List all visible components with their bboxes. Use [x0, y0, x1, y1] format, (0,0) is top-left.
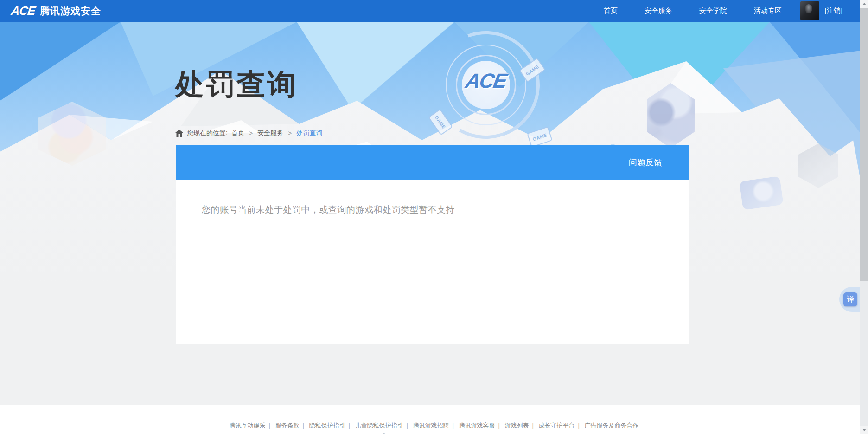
scroll-down-icon	[862, 429, 866, 431]
footer-link-support[interactable]: 腾讯游戏客服	[459, 422, 495, 429]
footer-link-guardian[interactable]: 成长守护平台	[539, 422, 575, 429]
brand[interactable]: ACE 腾讯游戏安全	[11, 4, 101, 18]
footer-separator: |	[449, 422, 457, 429]
footer-separator: |	[345, 422, 353, 429]
footer-link-ient[interactable]: 腾讯互动娱乐	[229, 422, 265, 429]
feedback-link[interactable]: 问题反馈	[629, 157, 662, 168]
logout-link[interactable]: [注销]	[825, 6, 842, 15]
footer-link-privacy[interactable]: 隐私保护指引	[309, 422, 345, 429]
scrollbar-down-button[interactable]	[860, 426, 868, 434]
footer-link-terms[interactable]: 服务条款	[275, 422, 299, 429]
query-result-message: 您的账号当前未处于处罚中，或查询的游戏和处罚类型暂不支持	[202, 204, 689, 216]
breadcrumb-separator: >	[287, 130, 293, 137]
card-header-band: 问题反馈	[176, 145, 689, 180]
nav-item-security-academy[interactable]: 安全学院	[699, 6, 727, 15]
vertical-scrollbar[interactable]	[860, 0, 868, 434]
footer-link-ads[interactable]: 广告服务及商务合作	[585, 422, 639, 429]
footer-separator: |	[575, 422, 583, 429]
page-footer: 腾讯互动娱乐| 服务条款| 隐私保护指引| 儿童隐私保护指引| 腾讯游戏招聘| …	[0, 405, 868, 434]
footer-separator: |	[265, 422, 273, 429]
page-title: 处罚查询	[175, 65, 298, 104]
main-nav: 首页 安全服务 安全学院 活动专区	[604, 6, 782, 15]
character-deco-girl	[739, 176, 784, 210]
top-navbar: ACE 腾讯游戏安全 首页 安全服务 安全学院 活动专区 [注销]	[0, 0, 868, 22]
brand-name: 腾讯游戏安全	[40, 5, 101, 18]
footer-link-child-privacy[interactable]: 儿童隐私保护指引	[355, 422, 403, 429]
query-result-card: 问题反馈 您的账号当前未处于处罚中，或查询的游戏和处罚类型暂不支持	[176, 145, 689, 344]
footer-link-game-list[interactable]: 游戏列表	[505, 422, 529, 429]
breadcrumb-home[interactable]: 首页	[231, 129, 244, 137]
scrollbar-up-button[interactable]	[860, 0, 868, 8]
nav-item-activity-zone[interactable]: 活动专区	[754, 6, 782, 15]
breadcrumb-prefix: 您现在的位置:	[187, 129, 228, 137]
breadcrumb: 您现在的位置: 首页 > 安全服务 > 处罚查询	[175, 129, 322, 137]
scroll-up-icon	[862, 3, 866, 5]
nav-item-home[interactable]: 首页	[604, 6, 618, 15]
home-icon	[175, 130, 183, 137]
nav-item-security-services[interactable]: 安全服务	[645, 6, 672, 15]
ace-logo-icon: ACE	[10, 4, 36, 18]
footer-separator: |	[495, 422, 503, 429]
footer-separator: |	[299, 422, 307, 429]
footer-link-jobs[interactable]: 腾讯游戏招聘	[413, 422, 449, 429]
footer-separator: |	[529, 422, 537, 429]
translate-widget[interactable]: 译	[839, 287, 862, 312]
user-avatar[interactable]	[800, 1, 819, 20]
breadcrumb-current[interactable]: 处罚查询	[296, 129, 322, 137]
breadcrumb-separator: >	[248, 130, 254, 137]
footer-separator: |	[403, 422, 411, 429]
scrollbar-thumb[interactable]	[860, 8, 868, 281]
footer-links: 腾讯互动娱乐| 服务条款| 隐私保护指引| 儿童隐私保护指引| 腾讯游戏招聘| …	[0, 421, 868, 430]
translate-icon[interactable]: 译	[843, 292, 857, 306]
breadcrumb-security-services[interactable]: 安全服务	[257, 129, 283, 137]
